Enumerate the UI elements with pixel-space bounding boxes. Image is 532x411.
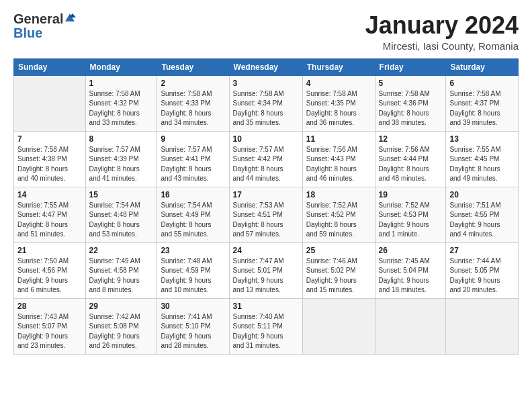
calendar-cell (302, 298, 375, 354)
day-info: Sunrise: 7:57 AM Sunset: 4:42 PM Dayligh… (233, 145, 299, 184)
day-number: 28 (17, 302, 82, 311)
calendar-cell: 22Sunrise: 7:49 AM Sunset: 4:58 PM Dayli… (85, 242, 157, 298)
calendar-cell: 17Sunrise: 7:53 AM Sunset: 4:51 PM Dayli… (229, 187, 302, 242)
day-info: Sunrise: 7:58 AM Sunset: 4:36 PM Dayligh… (379, 89, 443, 128)
day-number: 5 (379, 79, 443, 88)
calendar-cell: 30Sunrise: 7:41 AM Sunset: 5:10 PM Dayli… (157, 298, 229, 354)
calendar-cell: 20Sunrise: 7:51 AM Sunset: 4:55 PM Dayli… (446, 187, 519, 242)
calendar-cell (14, 75, 86, 131)
logo-general-text: General (13, 12, 63, 26)
weekday-header-saturday: Saturday (446, 58, 519, 75)
calendar-cell: 11Sunrise: 7:56 AM Sunset: 4:43 PM Dayli… (302, 131, 375, 187)
day-info: Sunrise: 7:55 AM Sunset: 4:47 PM Dayligh… (17, 201, 82, 240)
calendar-cell: 9Sunrise: 7:57 AM Sunset: 4:41 PM Daylig… (157, 131, 229, 187)
calendar-cell: 2Sunrise: 7:58 AM Sunset: 4:33 PM Daylig… (157, 75, 229, 131)
logo-icon (64, 12, 76, 24)
weekday-header-tuesday: Tuesday (157, 58, 229, 75)
weekday-header-thursday: Thursday (302, 58, 375, 75)
day-number: 20 (449, 190, 515, 199)
title-block: January 2024 Mircesti, Iasi County, Roma… (365, 12, 519, 52)
calendar-title: January 2024 (365, 12, 519, 39)
day-number: 23 (161, 246, 225, 255)
day-info: Sunrise: 7:50 AM Sunset: 4:56 PM Dayligh… (17, 257, 82, 295)
day-info: Sunrise: 7:56 AM Sunset: 4:44 PM Dayligh… (379, 145, 443, 184)
day-number: 24 (233, 246, 299, 255)
logo-blue-text: Blue (13, 26, 42, 41)
day-info: Sunrise: 7:58 AM Sunset: 4:32 PM Dayligh… (89, 89, 154, 128)
day-number: 4 (306, 79, 371, 88)
weekday-header-row: SundayMondayTuesdayWednesdayThursdayFrid… (14, 58, 519, 75)
calendar-page: General Blue January 2024 Mircesti, Iasi… (0, 0, 532, 411)
weekday-header-sunday: Sunday (14, 58, 86, 75)
calendar-cell: 27Sunrise: 7:44 AM Sunset: 5:05 PM Dayli… (446, 242, 519, 298)
calendar-cell: 25Sunrise: 7:46 AM Sunset: 5:02 PM Dayli… (302, 242, 375, 298)
day-number: 1 (89, 79, 154, 88)
day-number: 9 (161, 134, 225, 144)
calendar-cell: 26Sunrise: 7:45 AM Sunset: 5:04 PM Dayli… (375, 242, 446, 298)
calendar-subtitle: Mircesti, Iasi County, Romania (365, 40, 519, 52)
calendar-cell: 19Sunrise: 7:52 AM Sunset: 4:53 PM Dayli… (375, 187, 446, 242)
day-number: 7 (17, 134, 82, 144)
day-info: Sunrise: 7:46 AM Sunset: 5:02 PM Dayligh… (306, 257, 371, 295)
weekday-header-friday: Friday (375, 58, 446, 75)
header: General Blue January 2024 Mircesti, Iasi… (13, 12, 519, 52)
day-number: 25 (306, 246, 371, 255)
calendar-cell: 16Sunrise: 7:54 AM Sunset: 4:49 PM Dayli… (157, 187, 229, 242)
day-number: 29 (89, 302, 154, 311)
calendar-cell: 1Sunrise: 7:58 AM Sunset: 4:32 PM Daylig… (85, 75, 157, 131)
calendar-cell: 31Sunrise: 7:40 AM Sunset: 5:11 PM Dayli… (229, 298, 302, 354)
day-info: Sunrise: 7:52 AM Sunset: 4:52 PM Dayligh… (306, 201, 371, 240)
day-number: 27 (449, 246, 515, 255)
day-number: 17 (233, 190, 299, 199)
day-number: 2 (161, 79, 225, 88)
day-info: Sunrise: 7:44 AM Sunset: 5:05 PM Dayligh… (449, 257, 515, 295)
calendar-week-4: 21Sunrise: 7:50 AM Sunset: 4:56 PM Dayli… (14, 242, 519, 298)
weekday-header-monday: Monday (85, 58, 157, 75)
day-info: Sunrise: 7:58 AM Sunset: 4:34 PM Dayligh… (233, 89, 299, 128)
day-info: Sunrise: 7:57 AM Sunset: 4:39 PM Dayligh… (89, 145, 154, 184)
calendar-cell (446, 298, 519, 354)
day-info: Sunrise: 7:54 AM Sunset: 4:49 PM Dayligh… (161, 201, 225, 240)
day-info: Sunrise: 7:52 AM Sunset: 4:53 PM Dayligh… (379, 201, 443, 240)
day-info: Sunrise: 7:51 AM Sunset: 4:55 PM Dayligh… (449, 201, 515, 240)
day-info: Sunrise: 7:42 AM Sunset: 5:08 PM Dayligh… (89, 312, 154, 351)
day-info: Sunrise: 7:58 AM Sunset: 4:33 PM Dayligh… (161, 89, 225, 128)
day-info: Sunrise: 7:40 AM Sunset: 5:11 PM Dayligh… (233, 312, 299, 351)
day-info: Sunrise: 7:47 AM Sunset: 5:01 PM Dayligh… (233, 257, 299, 295)
calendar-cell: 7Sunrise: 7:58 AM Sunset: 4:38 PM Daylig… (14, 131, 86, 187)
day-number: 6 (449, 79, 515, 88)
day-info: Sunrise: 7:58 AM Sunset: 4:38 PM Dayligh… (17, 145, 82, 184)
calendar-cell: 24Sunrise: 7:47 AM Sunset: 5:01 PM Dayli… (229, 242, 302, 298)
day-number: 3 (233, 79, 299, 88)
calendar-cell: 13Sunrise: 7:55 AM Sunset: 4:45 PM Dayli… (446, 131, 519, 187)
day-info: Sunrise: 7:58 AM Sunset: 4:37 PM Dayligh… (449, 89, 515, 128)
calendar-cell (375, 298, 446, 354)
day-number: 8 (89, 134, 154, 144)
day-info: Sunrise: 7:49 AM Sunset: 4:58 PM Dayligh… (89, 257, 154, 295)
day-number: 10 (233, 134, 299, 144)
calendar-week-5: 28Sunrise: 7:43 AM Sunset: 5:07 PM Dayli… (14, 298, 519, 354)
day-number: 16 (161, 190, 225, 199)
calendar-cell: 4Sunrise: 7:58 AM Sunset: 4:35 PM Daylig… (302, 75, 375, 131)
weekday-header-wednesday: Wednesday (229, 58, 302, 75)
day-number: 22 (89, 246, 154, 255)
day-number: 19 (379, 190, 443, 199)
calendar-cell: 28Sunrise: 7:43 AM Sunset: 5:07 PM Dayli… (14, 298, 86, 354)
calendar-cell: 8Sunrise: 7:57 AM Sunset: 4:39 PM Daylig… (85, 131, 157, 187)
day-info: Sunrise: 7:53 AM Sunset: 4:51 PM Dayligh… (233, 201, 299, 240)
logo: General Blue (13, 12, 76, 41)
day-info: Sunrise: 7:55 AM Sunset: 4:45 PM Dayligh… (449, 145, 515, 184)
day-info: Sunrise: 7:56 AM Sunset: 4:43 PM Dayligh… (306, 145, 371, 184)
calendar-cell: 21Sunrise: 7:50 AM Sunset: 4:56 PM Dayli… (14, 242, 86, 298)
calendar-week-2: 7Sunrise: 7:58 AM Sunset: 4:38 PM Daylig… (14, 131, 519, 187)
day-info: Sunrise: 7:41 AM Sunset: 5:10 PM Dayligh… (161, 312, 225, 351)
day-number: 26 (379, 246, 443, 255)
day-number: 31 (233, 302, 299, 311)
day-number: 11 (306, 134, 371, 144)
day-number: 21 (17, 246, 82, 255)
calendar-cell: 12Sunrise: 7:56 AM Sunset: 4:44 PM Dayli… (375, 131, 446, 187)
day-info: Sunrise: 7:45 AM Sunset: 5:04 PM Dayligh… (379, 257, 443, 295)
day-info: Sunrise: 7:57 AM Sunset: 4:41 PM Dayligh… (161, 145, 225, 184)
calendar-cell: 15Sunrise: 7:54 AM Sunset: 4:48 PM Dayli… (85, 187, 157, 242)
calendar-cell: 29Sunrise: 7:42 AM Sunset: 5:08 PM Dayli… (85, 298, 157, 354)
